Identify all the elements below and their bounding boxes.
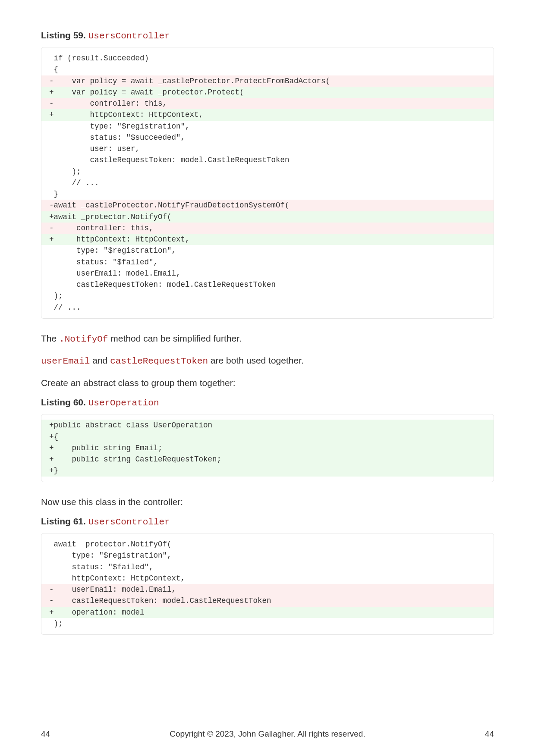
code-line: {: [41, 64, 494, 75]
code-line: type: "$registration",: [41, 245, 494, 256]
code-line: castleRequestToken: model.CastleRequestT…: [41, 279, 494, 290]
listing-code-title: UsersController: [88, 31, 170, 41]
paragraph-4: Now use this class in the controller:: [41, 495, 494, 509]
page-number-left: 44: [41, 729, 50, 739]
code-line: if (result.Succeeded): [41, 53, 494, 64]
code-line: userEmail: model.Email,: [41, 268, 494, 279]
code-line: status: "$succeeded",: [41, 132, 494, 143]
listing-code-title: UsersController: [88, 517, 170, 527]
code-line: - controller: this,: [41, 223, 494, 234]
listing-61-code: await _protector.NotifyOf( type: "$regis…: [41, 533, 494, 635]
listing-60-title: Listing 60. UserOperation: [41, 397, 494, 408]
code-line: type: "$registration",: [41, 121, 494, 132]
code-line: // ...: [41, 302, 494, 313]
code-line: + public string Email;: [41, 442, 494, 454]
code-line: - controller: this,: [41, 98, 494, 109]
code-line: + httpContext: HttpContext,: [41, 109, 494, 120]
paragraph-3: Create an abstract class to group them t…: [41, 376, 494, 390]
text: The: [41, 333, 59, 343]
code-line: // ...: [41, 177, 494, 188]
page: Listing 59. UsersController if (result.S…: [0, 0, 535, 756]
copyright: Copyright © 2023, John Gallagher. All ri…: [170, 729, 365, 739]
inline-code-useremail: userEmail: [41, 356, 90, 366]
text: are both used together.: [208, 355, 304, 365]
paragraph-2: userEmail and castleRequestToken are bot…: [41, 354, 494, 368]
listing-59-title: Listing 59. UsersController: [41, 30, 494, 41]
code-line: +}: [41, 465, 494, 476]
paragraph-1: The .NotifyOf method can be simplified f…: [41, 332, 494, 346]
code-line: +public abstract class UserOperation: [41, 420, 494, 431]
listing-61-title: Listing 61. UsersController: [41, 516, 494, 527]
code-line: httpContext: HttpContext,: [41, 573, 494, 584]
text: method can be simplified further.: [108, 333, 241, 343]
code-line: -await _castleProtector.NotifyFraudDetec…: [41, 200, 494, 211]
code-line: status: "$failed",: [41, 257, 494, 268]
footer: 44 Copyright © 2023, John Gallagher. All…: [41, 729, 494, 739]
code-line: +await _protector.NotifyOf(: [41, 211, 494, 223]
inline-code-castlerequesttoken: castleRequestToken: [110, 356, 208, 366]
listing-label: Listing 61.: [41, 516, 88, 526]
code-line: + httpContext: HttpContext,: [41, 234, 494, 245]
code-line: castleRequestToken: model.CastleRequestT…: [41, 154, 494, 166]
code-line: );: [41, 166, 494, 177]
listing-label: Listing 60.: [41, 397, 88, 407]
code-line: - castleRequestToken: model.CastleReques…: [41, 595, 494, 606]
code-line: await _protector.NotifyOf(: [41, 539, 494, 550]
inline-code-notifyof: .NotifyOf: [59, 334, 108, 344]
code-line: }: [41, 188, 494, 200]
code-line: + public string CastleRequestToken;: [41, 454, 494, 465]
code-line: user: user,: [41, 143, 494, 154]
code-line: - userEmail: model.Email,: [41, 584, 494, 595]
code-line: + var policy = await _protector.Protect(: [41, 87, 494, 98]
listing-60-code: +public abstract class UserOperation+{+ …: [41, 414, 494, 482]
code-line: + operation: model: [41, 607, 494, 618]
code-line: status: "$failed",: [41, 562, 494, 573]
code-line: );: [41, 290, 494, 301]
text: and: [90, 355, 110, 365]
code-line: type: "$registration",: [41, 550, 494, 561]
listing-59-code: if (result.Succeeded) {- var policy = aw…: [41, 47, 494, 319]
code-line: );: [41, 618, 494, 629]
page-number-right: 44: [485, 729, 494, 739]
listing-code-title: UserOperation: [88, 398, 159, 408]
code-line: - var policy = await _castleProtector.Pr…: [41, 75, 494, 87]
code-line: +{: [41, 431, 494, 442]
listing-label: Listing 59.: [41, 30, 88, 40]
